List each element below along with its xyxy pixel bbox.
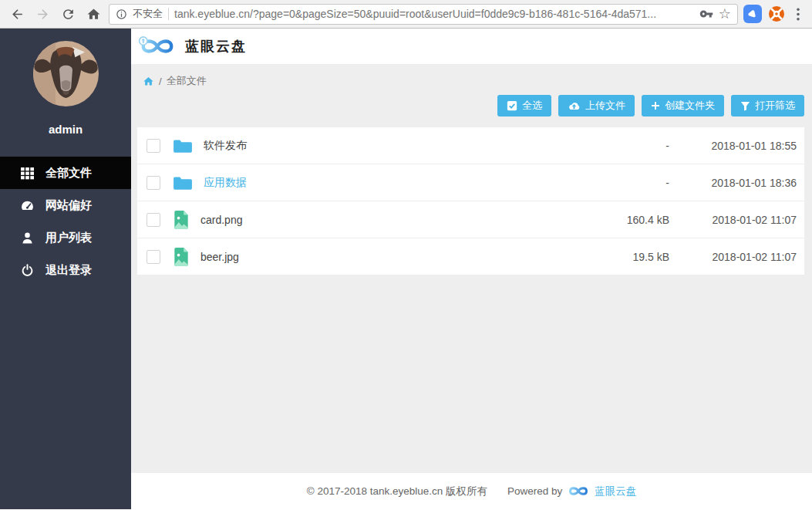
file-name[interactable]: 软件发布 (204, 139, 565, 153)
brand-link[interactable]: 蓝眼云盘 (595, 485, 636, 498)
toolbar: 全选 上传文件 创建文件夹 打开筛选 (131, 95, 804, 117)
page-footer: © 2017-2018 tank.eyeblue.cn 版权所有 Powered… (131, 473, 812, 509)
forward-arrow-icon (35, 7, 50, 22)
kebab-menu-icon (797, 8, 800, 21)
copyright-text: © 2017-2018 tank.eyeblue.cn 版权所有 (307, 485, 487, 498)
home-icon (86, 7, 101, 22)
power-icon (21, 264, 34, 277)
extension-blue-icon[interactable] (743, 5, 762, 23)
app-logo-icon[interactable] (137, 35, 177, 58)
reload-button[interactable] (58, 4, 78, 24)
forward-button[interactable] (32, 4, 52, 24)
app-header: 蓝眼云盘 (131, 29, 812, 64)
content: / 全部文件 全选 上传文件 创建文件夹 打开筛选 (131, 64, 812, 473)
row-checkbox[interactable] (147, 139, 160, 153)
table-row[interactable]: 应用数据 - 2018-01-01 18:36 (137, 164, 804, 201)
goat-avatar-image (33, 41, 99, 106)
info-icon[interactable] (116, 8, 127, 20)
dashboard-icon (21, 199, 34, 212)
file-name[interactable]: 应用数据 (204, 176, 565, 190)
powered-by: Powered by 蓝眼云盘 (507, 485, 636, 498)
file-size: - (565, 140, 669, 152)
breadcrumb-home-icon[interactable] (143, 76, 154, 87)
open-filter-button[interactable]: 打开筛选 (731, 95, 804, 117)
folder-icon (173, 175, 193, 191)
sidebar-menu: 全部文件 网站偏好 用户列表 退出登录 (0, 157, 131, 286)
url-text[interactable]: tank.eyeblue.cn/?page=0&pageSize=50&puui… (174, 8, 694, 20)
plus-icon (651, 101, 660, 110)
sidebar-item-label: 全部文件 (45, 166, 92, 181)
sidebar-item-label: 用户列表 (45, 231, 92, 245)
main-area: 蓝眼云盘 / 全部文件 全选 上传文件 创建文件夹 (131, 29, 812, 509)
check-square-icon (507, 100, 517, 111)
browser-toolbar: 不安全 tank.eyeblue.cn/?page=0&pageSize=50&… (0, 0, 812, 29)
file-size: 19.5 kB (565, 251, 669, 263)
file-date: 2018-01-02 11:07 (669, 214, 797, 226)
sidebar-item-label: 退出登录 (45, 263, 92, 278)
sidebar-item-all-files[interactable]: 全部文件 (0, 157, 131, 189)
image-file-icon (173, 210, 190, 230)
bookmark-star-icon[interactable]: ☆ (719, 7, 731, 21)
file-size: 160.4 kB (565, 214, 669, 226)
image-file-icon (173, 247, 190, 267)
avatar[interactable] (33, 41, 99, 106)
row-checkbox[interactable] (147, 250, 160, 264)
home-button[interactable] (83, 4, 103, 24)
sidebar-item-user-list[interactable]: 用户列表 (0, 221, 131, 254)
back-arrow-icon (10, 7, 25, 22)
file-date: 2018-01-02 11:07 (669, 251, 797, 263)
footer-logo-icon (567, 485, 590, 498)
table-row[interactable]: 软件发布 - 2018-01-01 18:55 (137, 127, 804, 164)
sidebar-item-site-preferences[interactable]: 网站偏好 (0, 189, 131, 221)
reload-icon (61, 7, 76, 22)
sidebar-item-logout[interactable]: 退出登录 (0, 254, 131, 286)
cloud-upload-icon (568, 101, 581, 111)
back-button[interactable] (7, 4, 27, 24)
url-divider (168, 8, 169, 20)
sidebar: admin 全部文件 网站偏好 用户列表 退出登录 (0, 29, 131, 509)
user-icon (21, 231, 34, 245)
create-folder-button[interactable]: 创建文件夹 (642, 95, 724, 117)
security-label: 不安全 (133, 7, 163, 21)
file-date: 2018-01-01 18:55 (669, 140, 797, 152)
folder-icon (173, 138, 193, 154)
breadcrumb: / 全部文件 (131, 64, 812, 88)
breadcrumb-separator: / (159, 76, 162, 87)
row-checkbox[interactable] (147, 213, 160, 227)
grid-icon (21, 167, 34, 180)
select-all-button[interactable]: 全选 (497, 95, 551, 117)
table-row[interactable]: beer.jpg 19.5 kB 2018-01-02 11:07 (137, 238, 804, 275)
file-size: - (565, 177, 669, 189)
breadcrumb-current: 全部文件 (167, 74, 207, 88)
address-bar[interactable]: 不安全 tank.eyeblue.cn/?page=0&pageSize=50&… (109, 4, 738, 25)
extension-orange-icon[interactable] (767, 5, 786, 23)
table-row[interactable]: card.png 160.4 kB 2018-01-02 11:07 (137, 201, 804, 238)
file-list: 软件发布 - 2018-01-01 18:55 应用数据 - 2018-01-0… (137, 127, 804, 275)
username: admin (49, 123, 83, 136)
file-date: 2018-01-01 18:36 (669, 177, 797, 189)
saved-password-key-icon[interactable] (699, 7, 713, 21)
app-title: 蓝眼云盘 (185, 37, 247, 56)
file-name[interactable]: beer.jpg (200, 251, 565, 263)
file-name[interactable]: card.png (200, 214, 565, 226)
browser-menu-button[interactable] (791, 8, 805, 21)
upload-file-button[interactable]: 上传文件 (558, 95, 635, 117)
sidebar-item-label: 网站偏好 (45, 198, 92, 213)
row-checkbox[interactable] (147, 176, 160, 190)
filter-icon (740, 101, 750, 111)
